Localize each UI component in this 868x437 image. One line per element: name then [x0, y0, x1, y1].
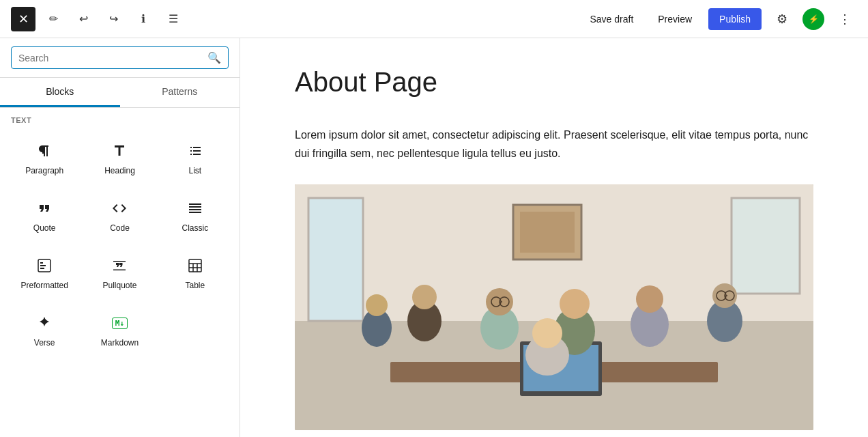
block-preformatted[interactable]: Preformatted: [8, 244, 81, 299]
paragraph-icon: [36, 141, 53, 160]
svg-rect-0: [193, 147, 201, 148]
svg-rect-9: [189, 212, 201, 213]
search-box: 🔍: [11, 46, 229, 69]
pullquote-icon: [111, 256, 128, 275]
table-label: Table: [185, 281, 205, 290]
pullquote-label: Pullquote: [102, 281, 136, 290]
body-text: Lorem ipsum dolor sit amet, consectetur …: [295, 126, 813, 163]
svg-rect-13: [40, 268, 44, 269]
preformatted-icon: [36, 256, 53, 275]
svg-rect-16: [189, 259, 201, 272]
block-verse[interactable]: Verse: [8, 302, 81, 356]
more-options-button[interactable]: ⋮: [833, 7, 857, 31]
search-input[interactable]: [18, 53, 202, 64]
svg-rect-4: [190, 150, 192, 152]
avatar-icon: ⚡: [809, 14, 819, 24]
svg-rect-11: [40, 262, 43, 264]
svg-rect-12: [40, 265, 46, 266]
svg-rect-24: [308, 198, 363, 321]
list-view-icon: ☰: [169, 12, 178, 25]
page-image: [295, 184, 813, 430]
paragraph-label: Paragraph: [25, 166, 63, 175]
tab-patterns[interactable]: Patterns: [120, 78, 240, 107]
settings-button[interactable]: ⚙: [770, 7, 794, 31]
main-area: 🔍 Blocks Patterns TEXT Paragraph: [0, 38, 868, 437]
block-code[interactable]: Code: [83, 187, 156, 242]
page-title: About Page: [295, 66, 813, 98]
undo-icon: ↩: [79, 12, 88, 25]
pencil-icon: ✏: [49, 12, 58, 25]
code-icon: [111, 199, 128, 218]
toolbar: ✕ ✏ ↩ ↪ ℹ ☰ Save draft Preview Publish ⚙…: [0, 0, 868, 38]
markdown-label: Markdown: [101, 338, 139, 348]
svg-point-38: [560, 289, 590, 319]
toolbar-right: Save draft Preview Publish ⚙ ⚡ ⋮: [581, 7, 857, 31]
block-table[interactable]: Table: [159, 244, 231, 299]
svg-point-44: [366, 294, 388, 316]
block-pullquote[interactable]: Pullquote: [83, 244, 156, 299]
list-label: List: [188, 166, 201, 175]
preformatted-label: Preformatted: [20, 281, 68, 290]
block-classic[interactable]: Classic: [159, 187, 231, 242]
svg-rect-8: [189, 209, 201, 210]
more-icon: ⋮: [839, 12, 851, 27]
redo-button[interactable]: ↪: [101, 7, 126, 31]
code-label: Code: [110, 223, 130, 233]
table-icon: [187, 256, 203, 275]
svg-point-34: [412, 285, 437, 309]
content-area: About Page Lorem ipsum dolor sit amet, c…: [240, 38, 868, 437]
svg-rect-1: [193, 150, 201, 152]
section-text-label: TEXT: [0, 108, 240, 130]
block-paragraph[interactable]: Paragraph: [8, 130, 81, 184]
svg-point-46: [532, 318, 562, 348]
list-view-button[interactable]: ☰: [161, 7, 186, 31]
verse-label: Verse: [34, 338, 55, 348]
sidebar: 🔍 Blocks Patterns TEXT Paragraph: [0, 38, 240, 437]
svg-rect-29: [520, 212, 575, 253]
preview-button[interactable]: Preview: [650, 8, 700, 30]
heading-label: Heading: [104, 166, 135, 175]
classic-label: Classic: [182, 223, 208, 233]
tab-blocks[interactable]: Blocks: [0, 78, 120, 107]
avatar: ⚡: [802, 8, 824, 30]
info-button[interactable]: ℹ: [131, 7, 156, 31]
block-quote[interactable]: Quote: [8, 187, 81, 242]
info-icon: ℹ: [141, 12, 145, 25]
list-icon: [187, 141, 203, 160]
edit-button[interactable]: ✏: [41, 7, 66, 31]
publish-button[interactable]: Publish: [708, 8, 762, 30]
tabs: Blocks Patterns: [0, 78, 240, 108]
redo-icon: ↪: [109, 12, 118, 25]
quote-label: Quote: [33, 223, 56, 233]
svg-rect-3: [190, 147, 192, 148]
svg-point-40: [636, 285, 663, 313]
search-icon: 🔍: [207, 51, 221, 64]
close-button[interactable]: ✕: [11, 7, 35, 31]
svg-rect-15: [113, 270, 126, 271]
quote-icon: [36, 199, 53, 218]
svg-rect-6: [189, 203, 201, 205]
svg-rect-7: [189, 206, 201, 208]
block-heading[interactable]: Heading: [83, 130, 156, 184]
svg-rect-5: [190, 154, 192, 155]
close-icon: ✕: [18, 12, 29, 27]
blocks-grid: Paragraph Heading: [0, 130, 240, 365]
undo-button[interactable]: ↩: [71, 7, 96, 31]
svg-rect-14: [113, 261, 126, 262]
block-list[interactable]: List: [159, 130, 231, 184]
search-container: 🔍: [0, 38, 240, 78]
toolbar-left: ✕ ✏ ↩ ↪ ℹ ☰: [11, 7, 186, 31]
verse-icon: [36, 313, 53, 333]
gear-icon: ⚙: [777, 12, 787, 27]
heading-icon: [111, 141, 128, 160]
classic-icon: [187, 199, 203, 218]
block-markdown[interactable]: M↓ Markdown: [83, 302, 156, 356]
svg-rect-26: [732, 198, 800, 294]
svg-rect-2: [193, 154, 201, 155]
save-draft-button[interactable]: Save draft: [581, 8, 641, 30]
markdown-icon: M↓: [112, 313, 128, 333]
